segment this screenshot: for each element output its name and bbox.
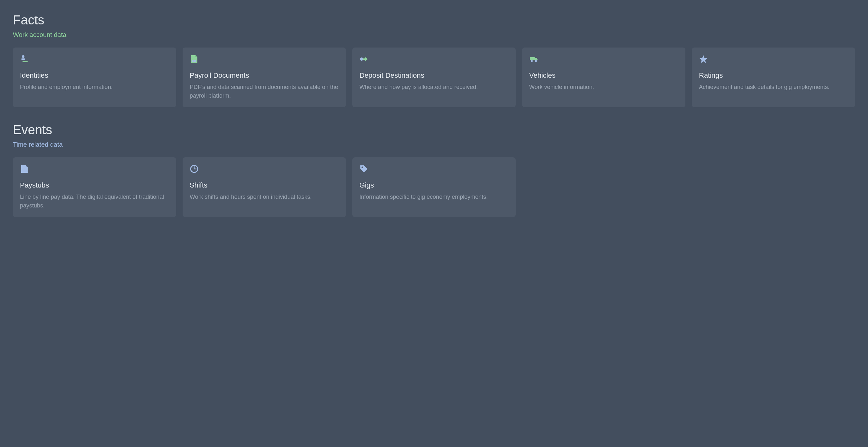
section-subtitle-facts: Work account data	[13, 31, 855, 38]
identities-icon	[20, 55, 29, 64]
card-title: Gigs	[360, 181, 508, 190]
svg-rect-7	[530, 57, 535, 60]
svg-rect-2	[23, 61, 28, 62]
vehicle-icon	[529, 55, 538, 64]
card-description: PDF's and data scanned from documents av…	[190, 83, 339, 100]
card-ratings[interactable]: Ratings Achievement and task details for…	[692, 47, 855, 107]
facts-section: Facts Work account data Identities Profi…	[13, 13, 855, 107]
card-title: Paystubs	[20, 181, 169, 190]
card-gigs[interactable]: Gigs Information specific to gig economy…	[352, 157, 516, 217]
facts-cards: Identities Profile and employment inform…	[13, 47, 855, 107]
section-title-facts: Facts	[13, 13, 855, 27]
section-subtitle-events: Time related data	[13, 141, 855, 148]
tag-icon	[360, 164, 368, 173]
document-icon	[190, 55, 199, 64]
card-identities[interactable]: Identities Profile and employment inform…	[13, 47, 176, 107]
svg-rect-1	[21, 59, 25, 60]
card-description: Where and how pay is allocated and recei…	[360, 83, 508, 92]
card-title: Payroll Documents	[190, 71, 339, 80]
events-cards: Paystubs Line by line pay data. The digi…	[13, 157, 855, 217]
card-title: Identities	[20, 71, 169, 80]
card-deposit-destinations[interactable]: Deposit Destinations Where and how pay i…	[352, 47, 516, 107]
clock-icon	[190, 164, 199, 173]
card-title: Deposit Destinations	[360, 71, 508, 80]
card-description: Achievement and task details for gig emp…	[699, 83, 848, 92]
card-description: Work shifts and hours spent on individua…	[190, 193, 339, 201]
card-vehicles[interactable]: Vehicles Work vehicle information.	[522, 47, 685, 107]
card-paystubs[interactable]: Paystubs Line by line pay data. The digi…	[13, 157, 176, 217]
card-description: Profile and employment information.	[20, 83, 169, 92]
arrow-right-icon	[360, 55, 368, 64]
svg-point-13	[362, 167, 363, 168]
card-title: Shifts	[190, 181, 339, 190]
svg-rect-3	[192, 60, 193, 62]
svg-point-0	[22, 55, 25, 58]
section-title-events: Events	[13, 123, 855, 137]
star-icon	[699, 55, 708, 64]
svg-rect-4	[194, 60, 196, 62]
card-title: Vehicles	[529, 71, 678, 80]
events-section: Events Time related data Paystubs Line b…	[13, 123, 855, 217]
card-description: Information specific to gig economy empl…	[360, 193, 508, 201]
card-description: Work vehicle information.	[529, 83, 678, 92]
card-title: Ratings	[699, 71, 848, 80]
svg-point-8	[531, 60, 533, 62]
paystub-icon	[20, 164, 29, 173]
svg-point-9	[535, 60, 537, 62]
card-shifts[interactable]: Shifts Work shifts and hours spent on in…	[183, 157, 346, 217]
card-payroll-documents[interactable]: Payroll Documents PDF's and data scanned…	[183, 47, 346, 107]
card-description: Line by line pay data. The digital equiv…	[20, 193, 169, 210]
